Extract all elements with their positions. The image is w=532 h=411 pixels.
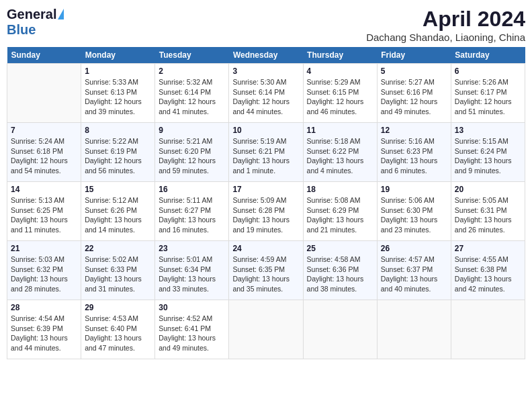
logo-arrow-icon [58, 9, 64, 19]
calendar-table: SundayMondayTuesdayWednesdayThursdayFrid… [7, 47, 525, 359]
day-number: 8 [85, 126, 151, 135]
day-number: 5 [381, 66, 447, 76]
week-row-1: 1Sunrise: 5:33 AMSunset: 6:13 PMDaylight… [7, 64, 525, 123]
day-info: Sunrise: 5:21 AMSunset: 6:20 PMDaylight:… [159, 136, 225, 176]
day-cell-22: 22Sunrise: 5:02 AMSunset: 6:33 PMDayligh… [81, 241, 155, 300]
day-info: Sunrise: 5:22 AMSunset: 6:19 PMDaylight:… [85, 136, 151, 176]
day-cell-2: 2Sunrise: 5:32 AMSunset: 6:14 PMDaylight… [155, 64, 229, 123]
day-info: Sunrise: 5:02 AMSunset: 6:33 PMDaylight:… [85, 255, 151, 294]
day-number: 28 [11, 303, 77, 312]
day-number: 23 [159, 244, 225, 253]
day-number: 10 [232, 126, 299, 135]
month-title: April 2024 [366, 7, 525, 32]
empty-cell [451, 300, 525, 359]
day-cell-17: 17Sunrise: 5:09 AMSunset: 6:28 PMDayligh… [229, 182, 303, 241]
day-cell-12: 12Sunrise: 5:16 AMSunset: 6:23 PMDayligh… [377, 123, 451, 182]
day-number: 29 [85, 303, 151, 312]
location-title: Dachang Shandao, Liaoning, China [366, 32, 525, 43]
day-cell-3: 3Sunrise: 5:30 AMSunset: 6:14 PMDaylight… [229, 64, 303, 123]
day-info: Sunrise: 5:05 AMSunset: 6:31 PMDaylight:… [455, 195, 521, 235]
day-info: Sunrise: 5:08 AMSunset: 6:29 PMDaylight:… [307, 195, 373, 235]
day-cell-8: 8Sunrise: 5:22 AMSunset: 6:19 PMDaylight… [81, 123, 155, 182]
day-info: Sunrise: 5:26 AMSunset: 6:17 PMDaylight:… [455, 77, 521, 117]
weekday-header-saturday: Saturday [451, 47, 525, 64]
day-cell-6: 6Sunrise: 5:26 AMSunset: 6:17 PMDaylight… [451, 64, 525, 123]
day-info: Sunrise: 5:32 AMSunset: 6:14 PMDaylight:… [159, 77, 225, 117]
day-number: 22 [85, 244, 151, 253]
day-number: 3 [232, 66, 299, 76]
day-cell-30: 30Sunrise: 4:52 AMSunset: 6:41 PMDayligh… [155, 300, 229, 359]
day-number: 30 [159, 303, 225, 312]
day-info: Sunrise: 4:52 AMSunset: 6:41 PMDaylight:… [159, 314, 225, 353]
day-info: Sunrise: 5:33 AMSunset: 6:13 PMDaylight:… [85, 77, 151, 117]
week-row-2: 7Sunrise: 5:24 AMSunset: 6:18 PMDaylight… [7, 123, 525, 182]
day-info: Sunrise: 4:53 AMSunset: 6:40 PMDaylight:… [85, 314, 151, 353]
day-info: Sunrise: 4:59 AMSunset: 6:35 PMDaylight:… [232, 255, 299, 294]
empty-cell [303, 300, 377, 359]
day-cell-28: 28Sunrise: 4:54 AMSunset: 6:39 PMDayligh… [7, 300, 81, 359]
day-cell-15: 15Sunrise: 5:12 AMSunset: 6:26 PMDayligh… [81, 182, 155, 241]
day-number: 24 [232, 244, 299, 253]
day-cell-21: 21Sunrise: 5:03 AMSunset: 6:32 PMDayligh… [7, 241, 81, 300]
day-info: Sunrise: 5:12 AMSunset: 6:26 PMDaylight:… [85, 195, 151, 235]
day-number: 16 [159, 185, 225, 194]
day-cell-11: 11Sunrise: 5:18 AMSunset: 6:22 PMDayligh… [303, 123, 377, 182]
day-info: Sunrise: 5:01 AMSunset: 6:34 PMDaylight:… [159, 255, 225, 294]
day-info: Sunrise: 5:16 AMSunset: 6:23 PMDaylight:… [381, 136, 447, 176]
day-cell-24: 24Sunrise: 4:59 AMSunset: 6:35 PMDayligh… [229, 241, 303, 300]
day-cell-25: 25Sunrise: 4:58 AMSunset: 6:36 PMDayligh… [303, 241, 377, 300]
day-cell-19: 19Sunrise: 5:06 AMSunset: 6:30 PMDayligh… [377, 182, 451, 241]
day-number: 9 [159, 126, 225, 135]
day-info: Sunrise: 5:11 AMSunset: 6:27 PMDaylight:… [159, 195, 225, 235]
day-info: Sunrise: 5:03 AMSunset: 6:32 PMDaylight:… [11, 255, 77, 294]
weekday-header-monday: Monday [81, 47, 155, 64]
day-number: 12 [381, 126, 447, 135]
day-cell-26: 26Sunrise: 4:57 AMSunset: 6:37 PMDayligh… [377, 241, 451, 300]
day-info: Sunrise: 5:18 AMSunset: 6:22 PMDaylight:… [307, 136, 373, 176]
logo-general-text: General [7, 7, 56, 22]
day-info: Sunrise: 5:27 AMSunset: 6:16 PMDaylight:… [381, 77, 447, 117]
day-number: 4 [307, 66, 373, 76]
day-number: 17 [232, 185, 299, 194]
week-row-5: 28Sunrise: 4:54 AMSunset: 6:39 PMDayligh… [7, 300, 525, 359]
day-info: Sunrise: 5:24 AMSunset: 6:18 PMDaylight:… [11, 136, 77, 176]
day-info: Sunrise: 4:54 AMSunset: 6:39 PMDaylight:… [11, 314, 77, 353]
day-cell-23: 23Sunrise: 5:01 AMSunset: 6:34 PMDayligh… [155, 241, 229, 300]
day-number: 11 [307, 126, 373, 135]
day-info: Sunrise: 4:55 AMSunset: 6:38 PMDaylight:… [455, 255, 521, 294]
day-number: 14 [11, 185, 77, 194]
day-number: 25 [307, 244, 373, 253]
day-cell-10: 10Sunrise: 5:19 AMSunset: 6:21 PMDayligh… [229, 123, 303, 182]
weekday-header-wednesday: Wednesday [229, 47, 303, 64]
title-area: April 2024 Dachang Shandao, Liaoning, Ch… [366, 7, 525, 43]
day-number: 20 [455, 185, 521, 194]
day-info: Sunrise: 5:15 AMSunset: 6:24 PMDaylight:… [455, 136, 521, 176]
day-cell-16: 16Sunrise: 5:11 AMSunset: 6:27 PMDayligh… [155, 182, 229, 241]
week-row-3: 14Sunrise: 5:13 AMSunset: 6:25 PMDayligh… [7, 182, 525, 241]
day-number: 7 [11, 126, 77, 135]
day-cell-14: 14Sunrise: 5:13 AMSunset: 6:25 PMDayligh… [7, 182, 81, 241]
day-cell-27: 27Sunrise: 4:55 AMSunset: 6:38 PMDayligh… [451, 241, 525, 300]
day-cell-18: 18Sunrise: 5:08 AMSunset: 6:29 PMDayligh… [303, 182, 377, 241]
day-cell-7: 7Sunrise: 5:24 AMSunset: 6:18 PMDaylight… [7, 123, 81, 182]
empty-cell [7, 64, 81, 123]
day-info: Sunrise: 5:06 AMSunset: 6:30 PMDaylight:… [381, 195, 447, 235]
weekday-header-friday: Friday [377, 47, 451, 64]
day-number: 19 [381, 185, 447, 194]
weekday-header-row: SundayMondayTuesdayWednesdayThursdayFrid… [7, 47, 525, 64]
day-number: 27 [455, 244, 521, 253]
logo: General Blue [7, 7, 64, 38]
day-number: 13 [455, 126, 521, 135]
day-info: Sunrise: 4:58 AMSunset: 6:36 PMDaylight:… [307, 255, 373, 294]
day-info: Sunrise: 5:09 AMSunset: 6:28 PMDaylight:… [232, 195, 299, 235]
header: General Blue April 2024 Dachang Shandao,… [7, 7, 525, 43]
day-number: 1 [85, 66, 151, 76]
day-info: Sunrise: 5:19 AMSunset: 6:21 PMDaylight:… [232, 136, 299, 176]
day-info: Sunrise: 5:29 AMSunset: 6:15 PMDaylight:… [307, 77, 373, 117]
day-number: 26 [381, 244, 447, 253]
empty-cell [377, 300, 451, 359]
weekday-header-sunday: Sunday [7, 47, 81, 64]
day-info: Sunrise: 4:57 AMSunset: 6:37 PMDaylight:… [381, 255, 447, 294]
weekday-header-thursday: Thursday [303, 47, 377, 64]
day-cell-13: 13Sunrise: 5:15 AMSunset: 6:24 PMDayligh… [451, 123, 525, 182]
